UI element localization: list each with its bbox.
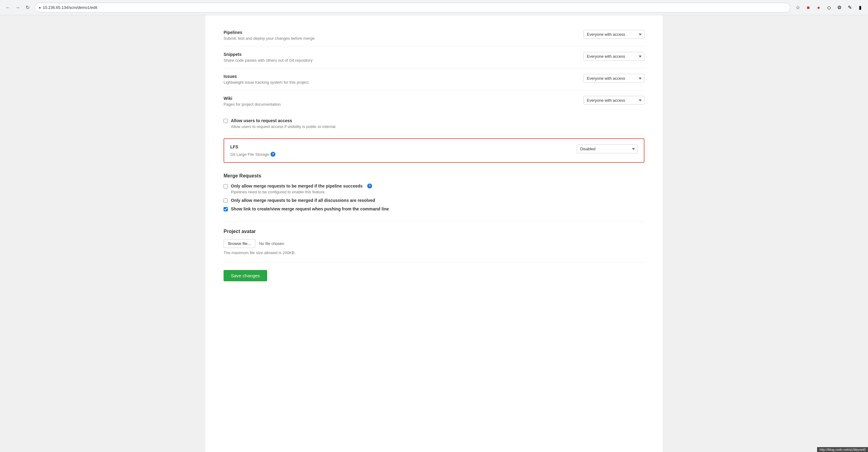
back-button[interactable]: ← xyxy=(4,3,12,12)
feature-select-pipelines[interactable]: Everyone with accessOnly project members… xyxy=(584,30,645,39)
feature-title-issues: Issues xyxy=(223,74,571,79)
merge-requests-title: Merge Requests xyxy=(223,166,645,179)
allow-request-access-section: Allow users to request access Allow user… xyxy=(223,112,645,135)
merge-requests-section: Merge Requests Only allow merge requests… xyxy=(223,166,645,221)
feature-info-wiki: WikiPages for project documentation xyxy=(223,96,571,107)
lock-icon: ● xyxy=(39,5,41,10)
feature-rows: PipelinesSubmit, test and deploy your ch… xyxy=(223,24,645,112)
file-name-text: No file chosen xyxy=(259,241,284,246)
lfs-select[interactable]: Disabled Enabled xyxy=(577,144,638,153)
feature-desc-pipelines: Submit, test and deploy your changes bef… xyxy=(223,36,571,40)
lfs-description-text: Git Large File Storage xyxy=(230,152,269,157)
lfs-info: LFS Git Large File Storage ? xyxy=(230,144,564,157)
merge-label-0[interactable]: Only allow merge requests to be merged i… xyxy=(231,183,363,189)
lfs-title: LFS xyxy=(230,144,564,149)
lfs-control: Disabled Enabled xyxy=(577,144,638,153)
file-input-row: Browse file... No file chosen xyxy=(223,239,645,248)
status-bar: http://bfug.cndn.net/a1/bkynet0 xyxy=(817,447,868,452)
feature-select-issues[interactable]: Everyone with accessOnly project members… xyxy=(584,74,645,83)
extension-button-3[interactable]: ◇ xyxy=(825,3,833,12)
feature-desc-wiki: Pages for project documentation xyxy=(223,102,571,107)
merge-option-1: Only allow merge requests to be merged i… xyxy=(223,198,645,203)
feature-control-wiki: Everyone with accessOnly project members… xyxy=(584,96,645,105)
feature-row-pipelines: PipelinesSubmit, test and deploy your ch… xyxy=(223,24,645,47)
bookmark-button[interactable]: ☆ xyxy=(794,3,802,12)
feature-control-pipelines: Everyone with accessOnly project members… xyxy=(584,30,645,39)
merge-checkbox-0[interactable] xyxy=(223,184,228,189)
merge-checkbox-2[interactable] xyxy=(223,207,228,211)
project-avatar-section: Project avatar Browse file... No file ch… xyxy=(223,221,645,263)
feature-title-snippets: Snippets xyxy=(223,52,571,57)
feature-control-issues: Everyone with accessOnly project members… xyxy=(584,74,645,83)
page-content: PipelinesSubmit, test and deploy your ch… xyxy=(205,15,663,452)
file-size-hint: The maximum file size allowed is 200KB. xyxy=(223,250,645,255)
allow-request-access-label[interactable]: Allow users to request access xyxy=(231,118,292,123)
feature-info-pipelines: PipelinesSubmit, test and deploy your ch… xyxy=(223,30,571,40)
feature-info-snippets: SnippetsShare code pastes with others ou… xyxy=(223,52,571,63)
feature-desc-issues: Lightweight issue tracking system for th… xyxy=(223,80,571,85)
forward-button[interactable]: → xyxy=(13,3,22,12)
extension-button-5[interactable]: ✎ xyxy=(845,3,854,12)
merge-help-icon-0[interactable]: ? xyxy=(367,183,372,189)
feature-row-wiki: WikiPages for project documentationEvery… xyxy=(223,90,645,112)
feature-control-snippets: Everyone with accessOnly project members… xyxy=(584,52,645,61)
feature-select-snippets[interactable]: Everyone with accessOnly project members… xyxy=(584,52,645,61)
extension-button-6[interactable]: ▮ xyxy=(856,3,864,12)
extension-button-1[interactable]: ■ xyxy=(804,3,812,12)
feature-desc-snippets: Share code pastes with others out of Git… xyxy=(223,58,571,63)
lfs-section: LFS Git Large File Storage ? Disabled En… xyxy=(223,138,645,163)
feature-row-snippets: SnippetsShare code pastes with others ou… xyxy=(223,47,645,68)
extension-button-2[interactable]: ● xyxy=(814,3,823,12)
feature-select-wiki[interactable]: Everyone with accessOnly project members… xyxy=(584,96,645,105)
browser-actions: ☆ ■ ● ◇ ⚙ ✎ ▮ xyxy=(794,3,864,12)
extension-button-4[interactable]: ⚙ xyxy=(835,3,844,12)
allow-request-access-checkbox[interactable] xyxy=(223,119,228,123)
save-changes-button[interactable]: Save changes xyxy=(223,270,267,281)
lfs-help-icon[interactable]: ? xyxy=(271,152,275,157)
allow-request-access-desc: Allow users to request access if visibil… xyxy=(231,124,645,129)
merge-option-2: Show link to create/view merge request w… xyxy=(223,206,645,211)
feature-title-pipelines: Pipelines xyxy=(223,30,571,35)
url-text: 10.236.65.134/scm/demo1/edit xyxy=(43,5,97,10)
browse-file-button[interactable]: Browse file... xyxy=(223,239,255,248)
merge-options: Only allow merge requests to be merged i… xyxy=(223,183,645,211)
nav-buttons: ← → ↻ xyxy=(4,3,32,12)
feature-row-issues: IssuesLightweight issue tracking system … xyxy=(223,68,645,90)
lfs-desc: Git Large File Storage ? xyxy=(230,152,564,157)
refresh-button[interactable]: ↻ xyxy=(23,3,32,12)
status-url: http://bfug.cndn.net/a1/bkynet0 xyxy=(819,448,866,451)
project-avatar-title: Project avatar xyxy=(223,229,645,234)
merge-label-1[interactable]: Only allow merge requests to be merged i… xyxy=(231,198,375,203)
feature-info-issues: IssuesLightweight issue tracking system … xyxy=(223,74,571,85)
browser-chrome: ← → ↻ ● 10.236.65.134/scm/demo1/edit ☆ ■… xyxy=(0,0,868,15)
merge-label-2[interactable]: Show link to create/view merge request w… xyxy=(231,206,389,211)
merge-checkbox-1[interactable] xyxy=(223,199,228,203)
merge-desc-0: Pipelines need to be configured to enabl… xyxy=(231,190,645,194)
merge-option-0: Only allow merge requests to be merged i… xyxy=(223,183,645,194)
address-bar[interactable]: ● 10.236.65.134/scm/demo1/edit xyxy=(35,3,790,12)
feature-title-wiki: Wiki xyxy=(223,96,571,101)
